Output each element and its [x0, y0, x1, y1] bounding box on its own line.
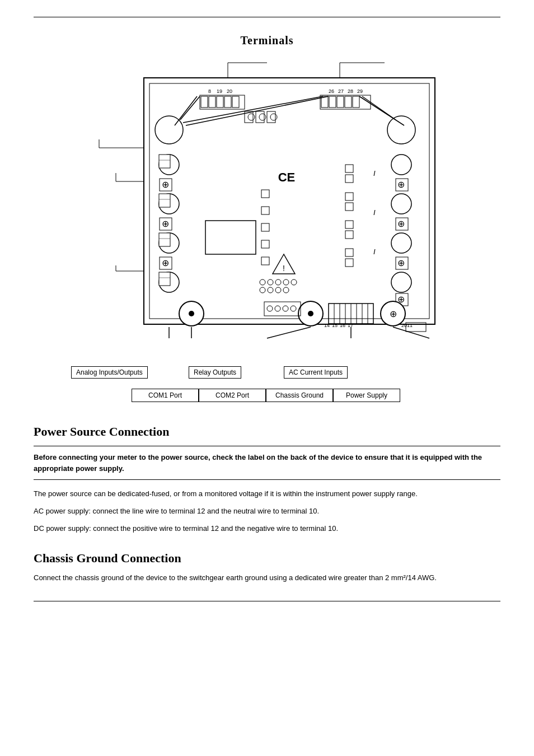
- svg-rect-1: [149, 83, 429, 319]
- svg-line-115: [393, 327, 429, 338]
- top-rule: [34, 17, 500, 17]
- svg-rect-31: [159, 155, 170, 168]
- svg-text:⊕: ⊕: [162, 258, 169, 268]
- power-supply-label: Power Supply: [333, 389, 400, 402]
- spacer: [59, 389, 132, 402]
- terminals-title: Terminals: [241, 34, 294, 47]
- chassis-ground-section: Chassis Ground Connection Connect the ch…: [34, 551, 500, 584]
- svg-text:I: I: [373, 248, 376, 256]
- svg-rect-126: [205, 221, 256, 254]
- relay-outputs-label: Relay Outputs: [189, 366, 241, 379]
- svg-text:⊕: ⊕: [162, 219, 169, 228]
- svg-point-76: [189, 311, 194, 316]
- svg-point-41: [391, 233, 411, 253]
- svg-point-39: [391, 155, 411, 175]
- svg-text:19: 19: [217, 88, 222, 94]
- svg-text:I: I: [373, 169, 376, 178]
- svg-rect-33: [159, 194, 170, 207]
- ac-current-inputs-label: AC Current Inputs: [284, 366, 348, 379]
- svg-text:⊕: ⊕: [397, 258, 405, 268]
- svg-point-40: [391, 194, 411, 214]
- analog-inputs-label: Analog Inputs/Outputs: [71, 366, 148, 379]
- chassis-ground-para1: Connect the chassis ground of the device…: [34, 572, 500, 584]
- power-source-para2: AC power supply: connect the line wire t…: [34, 506, 500, 517]
- svg-rect-35: [159, 233, 170, 246]
- svg-text:⊕: ⊕: [397, 180, 405, 189]
- chassis-label: Chassis Ground: [266, 389, 333, 402]
- svg-text:26: 26: [329, 88, 334, 94]
- svg-point-42: [391, 272, 411, 292]
- svg-text:⊕: ⊕: [397, 219, 405, 228]
- svg-text:⊕: ⊕: [162, 180, 169, 189]
- com2-label: COM2 Port: [199, 389, 266, 402]
- svg-text:29: 29: [357, 88, 363, 94]
- power-source-para3: DC power supply: connect the positive wi…: [34, 523, 500, 535]
- svg-text:28: 28: [348, 88, 353, 94]
- power-source-section: Power Source Connection Before connectin…: [34, 424, 500, 534]
- bottom-rule: [34, 601, 500, 601]
- svg-text:2011: 2011: [401, 323, 413, 328]
- bottom-labels-row: COM1 Port COM2 Port Chassis Ground Power…: [34, 389, 425, 402]
- svg-text:8: 8: [208, 88, 211, 94]
- svg-text:!: !: [283, 264, 285, 273]
- svg-line-113: [267, 327, 311, 338]
- svg-point-90: [387, 116, 415, 144]
- warning-text: Before connecting your meter to the powe…: [34, 452, 500, 474]
- power-source-title: Power Source Connection: [34, 424, 500, 439]
- svg-rect-37: [159, 272, 170, 286]
- svg-text:CE: CE: [278, 170, 296, 184]
- svg-text:20: 20: [227, 88, 232, 94]
- terminals-section: Terminals 8 19 20 26 27 28 29: [34, 34, 500, 366]
- svg-point-78: [308, 311, 313, 316]
- chassis-ground-title: Chassis Ground Connection: [34, 551, 500, 566]
- com1-label: COM1 Port: [132, 389, 199, 402]
- terminal-diagram: 8 19 20 26 27 28 29: [71, 53, 463, 366]
- svg-text:27: 27: [338, 88, 344, 94]
- warning-box: Before connecting your meter to the powe…: [34, 446, 500, 480]
- svg-text:I: I: [373, 208, 376, 217]
- page: Terminals 8 19 20 26 27 28 29: [0, 0, 534, 618]
- power-source-para1: The power source can be dedicated-fused,…: [34, 488, 500, 500]
- svg-text:⊕: ⊕: [390, 309, 397, 319]
